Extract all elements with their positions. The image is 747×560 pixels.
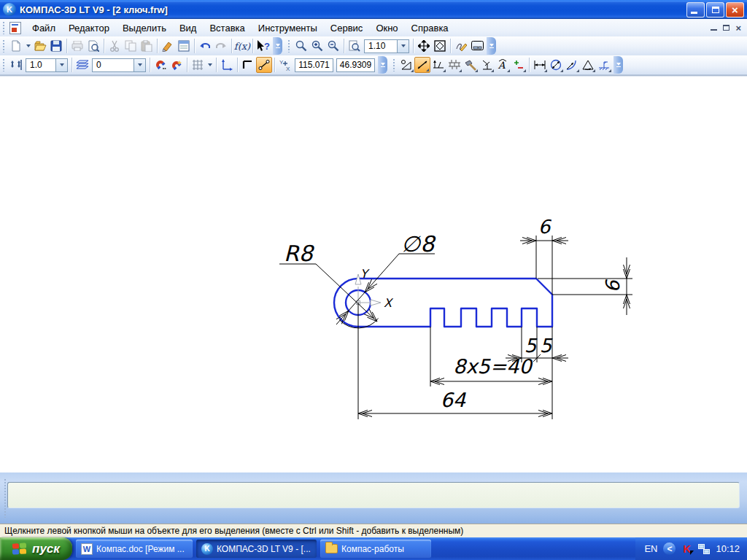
menubar-grip[interactable] [2,21,6,34]
menu-select[interactable]: Выделить [116,21,173,35]
tolerance-plusminus-icon[interactable] [511,57,527,73]
layer-dropdown[interactable] [134,58,146,72]
zoom-current-scale-icon[interactable] [347,38,363,54]
redo-icon[interactable] [213,38,229,54]
cut-icon[interactable] [107,38,123,54]
layer-combo[interactable]: 0 [92,58,146,72]
surface-finish-icon[interactable] [596,57,612,73]
zoom-in-icon[interactable] [309,38,325,54]
radius-dimension-icon[interactable] [564,57,580,73]
toolbar-overflow-button[interactable] [378,56,387,74]
zoom-scale-value[interactable]: 1.10 [364,39,398,53]
datum-symbol-icon[interactable] [430,57,446,73]
copy-icon[interactable] [123,38,139,54]
dim-pattern[interactable]: 8x5=40 [453,355,533,378]
zoom-out-icon[interactable] [325,38,341,54]
mdi-close-icon[interactable]: × [735,23,741,33]
menu-window[interactable]: Окно [369,21,404,35]
toolbar-overflow-button[interactable] [487,37,496,55]
zoom-scale-dropdown[interactable] [398,39,409,53]
dim-chamfer-top[interactable]: 6 [538,216,552,238]
collision-grid-icon[interactable] [446,57,462,73]
context-help-icon[interactable]: ? [255,38,271,54]
toolbar-overflow-button[interactable] [614,56,623,74]
kaspersky-icon[interactable]: K [681,543,692,555]
local-cs-icon[interactable] [219,57,235,73]
angle-dimension-icon[interactable] [580,57,596,73]
rebuild-view-icon[interactable] [453,38,469,54]
close-button[interactable]: × [726,2,744,18]
print-icon[interactable] [69,38,85,54]
auto-dimension-icon[interactable] [414,57,430,73]
menu-view[interactable]: Вид [173,21,204,35]
variables-icon[interactable]: f(x) [234,38,250,54]
toolbar-overflow-button[interactable] [273,37,282,55]
start-button[interactable]: пуск [0,537,72,560]
menu-file[interactable]: Файл [26,21,62,35]
dim-tooth-left[interactable]: 5 [525,335,538,357]
zoom-scale-combo[interactable]: 1.10 [364,39,409,53]
snap-toggle-icon[interactable] [256,57,272,73]
cursor-step-combo[interactable]: 1.0 [26,58,68,72]
coord-y-field[interactable]: 46.9309 [336,58,375,72]
save-icon[interactable] [48,38,64,54]
perpendicularity-icon[interactable] [479,57,495,73]
minimize-button[interactable] [686,2,705,18]
linear-dimension-icon[interactable] [532,57,548,73]
network-icon[interactable] [698,544,710,554]
dim-chamfer-side[interactable]: 6 [602,279,624,292]
menu-service[interactable]: Сервис [324,21,370,35]
toolbar-grip[interactable] [392,58,396,71]
diameter-dimension-icon[interactable] [548,57,564,73]
app-icon[interactable]: K [3,3,16,16]
paste-icon[interactable] [139,38,155,54]
taskbar-task-folder[interactable]: Компас-работы [320,540,431,558]
cursor-step-value[interactable]: 1.0 [26,58,56,72]
grid-dropdown[interactable] [206,57,214,73]
toolbar-grip[interactable] [287,39,291,52]
taskbar-task-word[interactable]: W Компас.doc [Режим ... [76,540,193,558]
dim-tooth-right[interactable]: 5 [540,335,553,357]
measure-angle-icon[interactable] [398,57,414,73]
rebuild-hammer-icon[interactable] [462,57,479,73]
cursor-step-icon[interactable] [8,57,24,73]
property-bar-panel[interactable] [7,482,740,508]
layer-manager-icon[interactable] [74,57,90,73]
coord-x-field[interactable]: 115.071 [295,58,333,72]
pan-icon[interactable] [416,38,432,54]
dim-diameter[interactable]: ∅8 [401,231,436,257]
hide-icons-chevron-icon[interactable]: < [663,542,676,555]
dim-overall[interactable]: 64 [441,389,466,411]
undo-icon[interactable] [197,38,213,54]
zoom-by-frame-icon[interactable] [293,38,309,54]
print-preview-icon[interactable] [85,38,101,54]
toolbar-grip[interactable] [2,39,6,52]
menu-tools[interactable]: Инструменты [252,21,324,35]
drawing-canvas[interactable]: Y X [0,77,747,472]
mdi-minimize-icon[interactable] [711,25,717,31]
snap-settings-icon[interactable] [152,57,169,73]
layer-value[interactable]: 0 [92,58,134,72]
taskbar-task-kompas[interactable]: K КОМПАС-3D LT V9 - [... [196,540,317,558]
dim-radius[interactable]: R8 [284,241,315,266]
new-document-dropdown[interactable] [24,38,32,54]
local-snap-icon[interactable] [169,57,185,73]
restore-button[interactable] [706,2,724,18]
ortho-drawing-icon[interactable] [240,57,256,73]
open-icon[interactable] [32,38,48,54]
grid-icon[interactable] [190,57,206,73]
spell-compass-icon[interactable]: A [495,57,511,73]
document-icon[interactable] [9,22,21,34]
menu-insert[interactable]: Вставка [203,21,251,35]
title-bar[interactable]: K КОМПАС-3D LT V9 - [2 ключ.frw] × [0,0,747,19]
language-indicator[interactable]: EN [644,543,657,554]
refresh-screen-icon[interactable] [469,38,485,54]
toolbar-grip[interactable] [2,58,6,71]
copy-properties-icon[interactable] [160,38,176,54]
menu-editor[interactable]: Редактор [62,21,116,35]
document-properties-icon[interactable] [176,38,192,54]
mdi-restore-icon[interactable] [723,25,729,31]
clock[interactable]: 10:12 [716,543,740,554]
cursor-step-dropdown[interactable] [56,58,68,72]
fit-all-icon[interactable] [432,38,448,54]
